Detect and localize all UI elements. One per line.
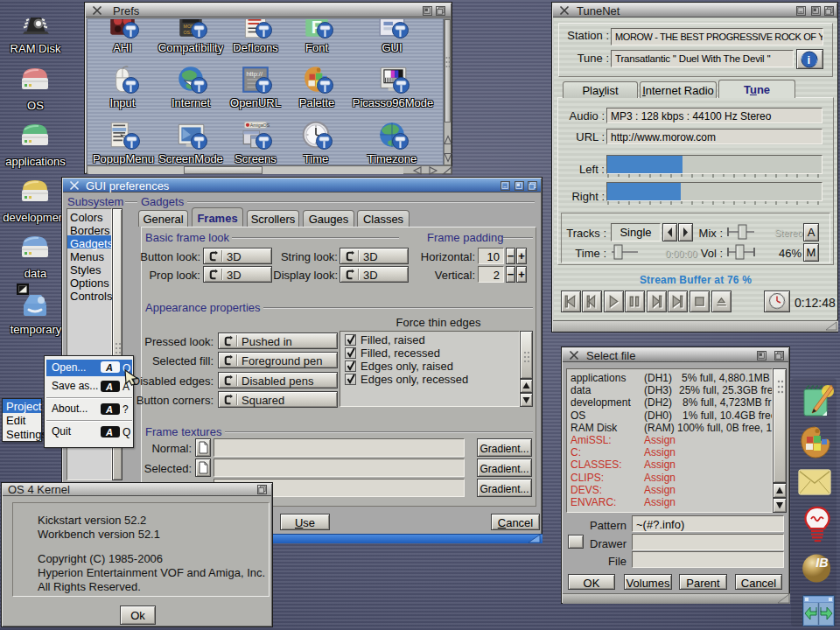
svg-text:AmigaOS: AmigaOS bbox=[250, 122, 270, 128]
svg-text:i: i bbox=[808, 53, 811, 66]
svg-text:A: A bbox=[105, 362, 113, 373]
svg-text:A: A bbox=[105, 404, 113, 415]
svg-text:A: A bbox=[105, 382, 113, 392]
svg-text:A: A bbox=[105, 427, 113, 438]
svg-text:IB: IB bbox=[816, 556, 828, 570]
